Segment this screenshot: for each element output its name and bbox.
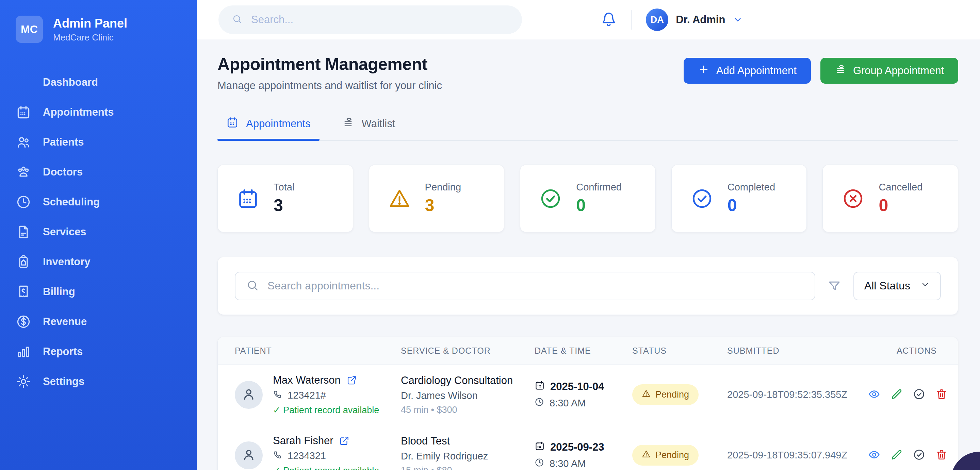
sidebar-item-label: Settings (43, 375, 84, 388)
service-cell: Blood Test Dr. Emily Rodriguez 15 min • … (384, 435, 517, 470)
sidebar-item-billing[interactable]: Billing (0, 277, 197, 307)
user-menu[interactable]: DA Dr. Admin (646, 8, 743, 31)
global-search-input[interactable] (251, 14, 508, 26)
list-icon (342, 116, 354, 131)
clock-icon (535, 458, 544, 470)
confirm-button[interactable] (913, 388, 925, 401)
search-icon (247, 279, 259, 293)
actions-cell (851, 449, 958, 462)
external-link-icon[interactable] (339, 436, 350, 446)
brand: MC Admin Panel MedCare Clinic (0, 16, 197, 59)
list-icon (835, 64, 846, 78)
submitted-cell: 2025-09-18T09:35:07.949Z (710, 449, 851, 461)
patient-phone: 123421# (288, 390, 326, 401)
warning-icon (642, 449, 651, 461)
topbar: DA Dr. Admin (197, 0, 980, 40)
stat-cards: Total 3 Pending 3 Confirmed 0 Completed … (218, 165, 958, 232)
doctor-name: Dr. James Wilson (401, 390, 517, 401)
receipt-icon (16, 284, 31, 300)
eye-icon (868, 388, 880, 401)
table-row: Sarah Fisher 1234321 ✓ Patient record av… (218, 425, 958, 470)
appointment-time: 8:30 AM (550, 398, 585, 409)
add-appointment-button[interactable]: Add Appointment (684, 58, 811, 84)
sidebar-item-dashboard[interactable]: Dashboard (0, 67, 197, 97)
sidebar-item-services[interactable]: Services (0, 217, 197, 247)
delete-button[interactable] (935, 449, 948, 462)
sidebar-item-appointments[interactable]: Appointments (0, 97, 197, 127)
appointment-search[interactable] (235, 272, 815, 300)
doctor-name: Dr. Emily Rodriguez (401, 451, 517, 462)
notifications-button[interactable] (601, 11, 617, 28)
appointment-search-input[interactable] (267, 279, 804, 292)
edit-button[interactable] (891, 449, 903, 462)
appointments-table: PATIENT SERVICE & DOCTOR DATE & TIME STA… (218, 337, 958, 470)
service-name: Cardiology Consultation (401, 375, 517, 387)
status-cell: Pending (615, 384, 710, 405)
view-button[interactable] (868, 388, 880, 401)
status-filter-value: All Status (864, 279, 910, 292)
sidebar-item-scheduling[interactable]: Scheduling (0, 187, 197, 217)
sidebar-item-revenue[interactable]: Revenue (0, 307, 197, 337)
sidebar-item-settings[interactable]: Settings (0, 367, 197, 397)
confirm-button[interactable] (913, 449, 925, 462)
stat-value: 0 (878, 195, 923, 215)
calendar-icon (237, 187, 259, 210)
phone-icon (273, 450, 282, 462)
sidebar-item-inventory[interactable]: Inventory (0, 247, 197, 277)
check-circle-icon (539, 187, 562, 210)
chevron-down-icon (733, 14, 743, 25)
stat-label: Total (274, 182, 294, 193)
check-circle-icon (913, 449, 925, 462)
sidebar-item-label: Patients (43, 136, 84, 148)
submitted-cell: 2025-09-18T09:52:35.355Z (710, 389, 851, 400)
actions-cell (851, 388, 958, 401)
pencil-icon (891, 449, 903, 462)
status-filter-select[interactable]: All Status (853, 272, 941, 300)
column-header-actions: ACTIONS (851, 346, 958, 356)
sidebar-item-label: Inventory (43, 256, 91, 268)
table-row: Max Waterson 123421# ✓ Patient record av… (218, 365, 958, 425)
edit-button[interactable] (891, 388, 903, 401)
patient-record-note: ✓ Patient record available (273, 465, 379, 470)
app-window: MC Admin Panel MedCare Clinic Dashboard … (0, 0, 980, 470)
sidebar-item-label: Revenue (43, 316, 87, 328)
tab-appointments[interactable]: Appointments (218, 110, 320, 140)
appointment-date: 2025-09-23 (550, 441, 605, 453)
sidebar-item-reports[interactable]: Reports (0, 337, 197, 367)
column-header-status: STATUS (615, 346, 710, 356)
tab-waitlist[interactable]: Waitlist (333, 110, 404, 140)
status-cell: Pending (615, 445, 710, 465)
check-circle-icon (691, 187, 713, 210)
service-meta: 45 min • $300 (401, 405, 517, 415)
sidebar-item-label: Billing (43, 286, 75, 298)
bell-icon (601, 11, 617, 28)
stat-card-pending: Pending 3 (369, 165, 504, 232)
stat-value: 0 (727, 195, 775, 215)
avatar: DA (646, 8, 668, 31)
brand-subtitle: MedCare Clinic (53, 32, 127, 43)
stat-card-total: Total 3 (218, 165, 353, 232)
stat-label: Pending (425, 182, 461, 193)
table-header: PATIENT SERVICE & DOCTOR DATE & TIME STA… (218, 337, 958, 365)
eye-icon (868, 449, 880, 462)
datetime-cell: 2025-10-04 8:30 AM (517, 380, 615, 409)
dollar-icon (16, 314, 31, 330)
global-search[interactable] (218, 5, 522, 34)
sidebar-item-patients[interactable]: Patients (0, 127, 197, 157)
delete-button[interactable] (935, 388, 948, 401)
page-title: Appointment Management (218, 54, 442, 74)
tab-bar: Appointments Waitlist (218, 110, 958, 141)
sidebar-item-doctors[interactable]: Doctors (0, 157, 197, 187)
column-header-submitted: SUBMITTED (710, 346, 851, 356)
external-link-icon[interactable] (347, 375, 357, 385)
sidebar-item-label: Reports (43, 346, 83, 358)
x-circle-icon (842, 187, 864, 210)
warning-icon (388, 187, 411, 210)
view-button[interactable] (868, 449, 880, 462)
person-icon (241, 447, 256, 464)
brand-title: Admin Panel (53, 16, 127, 31)
patient-name: Sarah Fisher (273, 435, 333, 447)
group-appointment-button[interactable]: Group Appointment (821, 58, 958, 84)
calendar-icon (16, 105, 31, 120)
check-circle-icon (913, 388, 925, 401)
